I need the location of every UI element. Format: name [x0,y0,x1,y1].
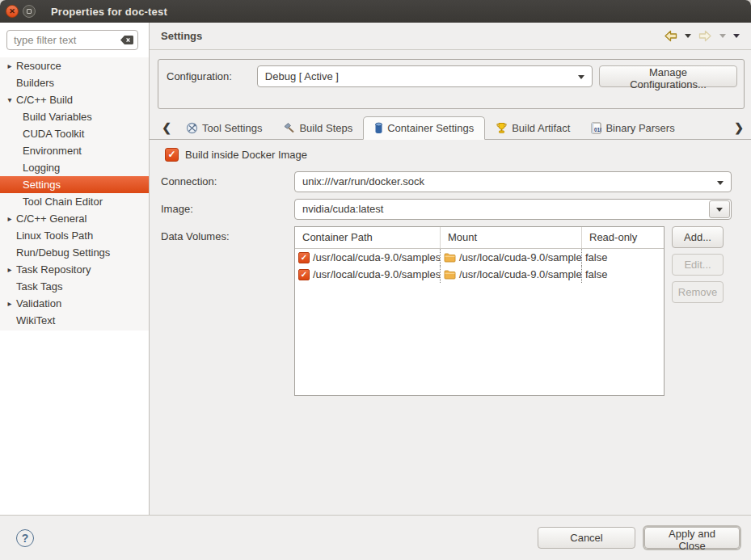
tools-circle-icon [186,122,198,134]
sidebar-item-cuda-toolkit[interactable]: CUDA Toolkit [0,125,149,142]
cancel-button[interactable]: Cancel [538,527,635,549]
connection-label: Connection: [161,171,294,192]
dialog-button-bar: ? Cancel Apply and Close [0,515,751,560]
add-volume-button[interactable]: Add... [672,226,724,248]
configuration-label: Configuration: [165,65,251,87]
tabs-scroll-left-icon[interactable]: ❮ [158,116,175,139]
checked-checkbox-icon: ✓ [165,148,179,162]
help-button[interactable]: ? [16,529,34,547]
tab-tool-settings[interactable]: Tool Settings [175,116,272,139]
close-icon: ✕ [9,8,15,15]
binary-file-icon: 010 [591,122,601,134]
column-header-container-path[interactable]: Container Path [295,227,441,248]
configuration-group: Configuration: Debug [ Active ] Manage C… [158,59,745,109]
back-arrow-icon[interactable] [664,30,677,42]
sidebar-item-linux-tools-path[interactable]: Linux Tools Path [0,227,149,244]
properties-sidebar: ▸Resource Builders ▾C/C++ Build Build Va… [0,23,150,515]
chevron-right-icon[interactable]: ▸ [6,210,14,227]
data-volumes-table[interactable]: Container Path Mount Read-only ✓ /usr/lo… [294,226,665,396]
tab-build-steps[interactable]: Build Steps [272,116,363,139]
artifact-trophy-icon [496,122,508,134]
build-inside-docker-checkbox[interactable]: ✓ Build inside Docker Image [165,148,732,162]
checked-checkbox-icon[interactable]: ✓ [298,252,310,263]
sidebar-item-cpp-build[interactable]: ▾C/C++ Build [0,91,149,108]
data-volumes-label: Data Volumes: [161,226,294,247]
properties-tree: ▸Resource Builders ▾C/C++ Build Build Va… [0,57,149,331]
container-settings-panel: ✓ Build inside Docker Image Connection: … [150,140,751,515]
table-row[interactable]: ✓ /usr/local/cuda-9.0/samples /usr/local… [295,266,664,283]
configuration-dropdown[interactable]: Debug [ Active ] [257,65,593,87]
build-inside-docker-label: Build inside Docker Image [185,149,307,161]
settings-tabbar: ❮ Tool Settings Build Steps [150,116,751,140]
sidebar-item-validation[interactable]: ▸Validation [0,295,149,312]
tab-container-settings[interactable]: Container Settings [363,116,485,140]
chevron-right-icon[interactable]: ▸ [6,261,14,278]
image-dropdown-button[interactable] [709,200,730,218]
sidebar-item-task-repository[interactable]: ▸Task Repository [0,261,149,278]
chevron-down-icon[interactable]: ▾ [6,91,14,108]
checked-checkbox-icon[interactable]: ✓ [298,269,310,280]
chevron-right-icon[interactable]: ▸ [6,295,14,312]
table-row[interactable]: ✓ /usr/local/cuda-9.0/samples /usr/local… [295,249,664,266]
sidebar-item-resource[interactable]: ▸Resource [0,57,149,74]
tabs-scroll-right-icon[interactable]: ❯ [730,116,748,139]
sidebar-item-wikitext[interactable]: WikiText [0,312,149,329]
container-cylinder-icon [374,122,383,134]
remove-volume-button[interactable]: Remove [672,281,724,303]
forward-arrow-icon[interactable] [698,30,712,42]
chevron-right-icon[interactable]: ▸ [6,57,14,74]
sidebar-item-tool-chain-editor[interactable]: Tool Chain Editor [0,193,149,210]
window-title: Properties for doc-test [51,6,167,18]
apply-and-close-button[interactable]: Apply and Close [644,527,740,549]
sidebar-item-task-tags[interactable]: Task Tags [0,278,149,295]
sidebar-item-environment[interactable]: Environment [0,142,149,159]
folder-icon [444,270,456,280]
window-restore-button[interactable] [23,5,36,18]
sidebar-item-run-debug-settings[interactable]: Run/Debug Settings [0,244,149,261]
sidebar-item-settings-selected[interactable]: Settings [0,176,149,193]
image-combo-input[interactable]: nvidia/cuda:latest [294,199,732,220]
edit-volume-button[interactable]: Edit... [672,254,724,276]
clear-filter-icon[interactable] [120,36,133,44]
forward-history-menu-icon [719,34,726,38]
question-mark-icon: ? [22,532,29,545]
back-history-menu-icon[interactable] [685,34,691,38]
column-header-read-only[interactable]: Read-only [582,227,665,248]
properties-dialog: ✕ Properties for doc-test ▸Resource Buil… [0,0,751,560]
titlebar[interactable]: ✕ Properties for doc-test [0,0,751,23]
view-menu-icon[interactable] [733,34,740,38]
connection-dropdown[interactable]: unix:///var/run/docker.sock [294,171,732,192]
chevron-down-icon [716,208,723,212]
chevron-down-icon [717,181,724,185]
window-close-button[interactable]: ✕ [6,5,19,18]
restore-icon [27,9,32,14]
hammer-icon [283,122,295,134]
image-label: Image: [161,199,294,220]
svg-text:010: 010 [594,126,601,132]
filter-input[interactable] [6,30,138,50]
tab-build-artifact[interactable]: Build Artifact [485,116,580,139]
column-header-mount[interactable]: Mount [441,227,582,248]
page-title: Settings [161,23,664,50]
folder-icon [444,253,456,263]
manage-configurations-button[interactable]: Manage Configurations... [599,65,737,87]
chevron-down-icon [578,75,584,79]
sidebar-item-build-variables[interactable]: Build Variables [0,108,149,125]
sidebar-item-logging[interactable]: Logging [0,159,149,176]
sidebar-item-cpp-general[interactable]: ▸C/C++ General [0,210,149,227]
sidebar-item-builders[interactable]: Builders [0,74,149,91]
tab-binary-parsers[interactable]: 010 Binary Parsers [580,116,685,139]
